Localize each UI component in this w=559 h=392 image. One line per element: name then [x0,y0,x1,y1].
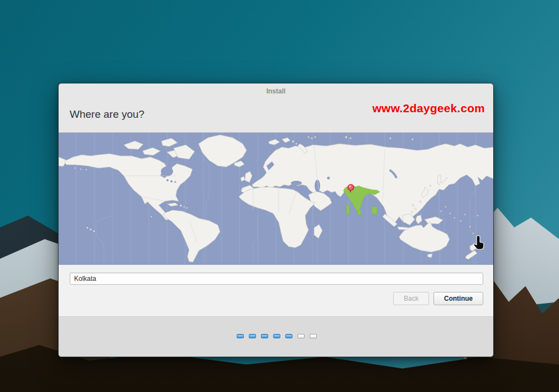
form-area: Back Continue [59,265,494,316]
timezone-map[interactable] [59,132,494,265]
button-row: Back Continue [393,292,483,305]
page-title: Where are you? [70,108,144,121]
desktop: Install Where are you? www.2daygeek.com [0,0,559,392]
progress-dot-completed [285,334,292,338]
progress-dots [59,334,494,338]
installer-window: Install Where are you? www.2daygeek.com [58,83,494,357]
progress-dot-completed [261,334,268,338]
watermark-text: www.2daygeek.com [372,102,485,115]
window-titlebar[interactable]: Install [59,83,493,99]
progress-dot-completed [273,334,280,338]
progress-dot-completed [249,334,256,338]
timezone-input[interactable] [70,273,483,285]
back-button[interactable]: Back [393,292,429,305]
progress-dot-pending [310,334,317,338]
progress-dot-pending [297,334,305,338]
progress-dot-completed [237,334,244,338]
window-title: Install [267,87,286,95]
window-footer [59,316,494,357]
continue-button[interactable]: Continue [433,292,483,305]
